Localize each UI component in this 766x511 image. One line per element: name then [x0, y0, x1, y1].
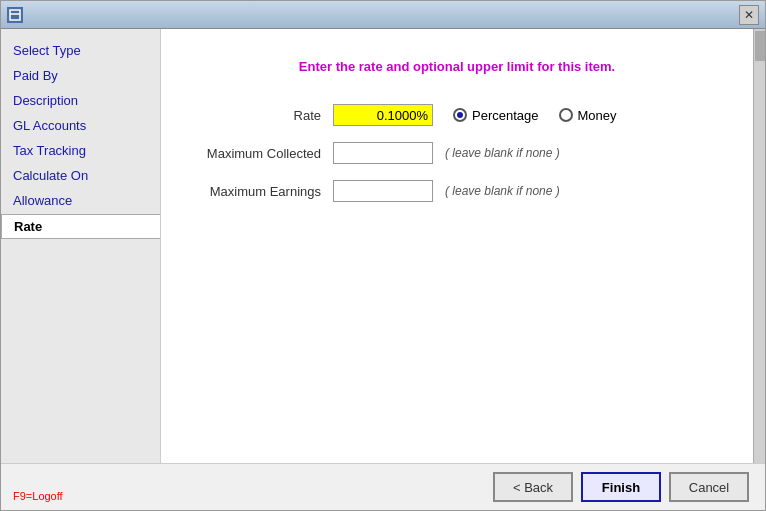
sidebar-item-calculate-on[interactable]: Calculate On: [1, 164, 160, 187]
max-collected-hint: ( leave blank if none ): [445, 146, 560, 160]
percentage-label: Percentage: [472, 108, 539, 123]
sidebar-item-allowance[interactable]: Allowance: [1, 189, 160, 212]
app-icon: [7, 7, 23, 23]
title-bar-left: [7, 7, 23, 23]
sidebar: Select Type Paid By Description GL Accou…: [1, 29, 161, 463]
title-bar: ✕: [1, 1, 765, 29]
sidebar-item-description[interactable]: Description: [1, 89, 160, 112]
scrollbar-thumb: [755, 31, 765, 61]
money-radio[interactable]: Money: [559, 108, 617, 123]
form-area: Rate Percentage Money: [181, 104, 733, 202]
finish-button[interactable]: Finish: [581, 472, 661, 502]
radio-group: Percentage Money: [453, 108, 617, 123]
max-collected-input[interactable]: [333, 142, 433, 164]
max-collected-label: Maximum Collected: [181, 146, 321, 161]
max-collected-row: Maximum Collected ( leave blank if none …: [181, 142, 733, 164]
money-label: Money: [578, 108, 617, 123]
max-earnings-hint: ( leave blank if none ): [445, 184, 560, 198]
sidebar-item-select-type[interactable]: Select Type: [1, 39, 160, 62]
sidebar-item-rate[interactable]: Rate: [1, 214, 160, 239]
sidebar-item-gl-accounts[interactable]: GL Accounts: [1, 114, 160, 137]
cancel-button[interactable]: Cancel: [669, 472, 749, 502]
rate-row: Rate Percentage Money: [181, 104, 733, 126]
rate-input[interactable]: [333, 104, 433, 126]
money-radio-circle: [559, 108, 573, 122]
sidebar-item-tax-tracking[interactable]: Tax Tracking: [1, 139, 160, 162]
footer: F9=Logoff < Back Finish Cancel: [1, 463, 765, 510]
scrollbar: [753, 29, 765, 463]
svg-rect-0: [10, 10, 20, 20]
close-button[interactable]: ✕: [739, 5, 759, 25]
rate-label: Rate: [181, 108, 321, 123]
instruction-text: Enter the rate and optional upper limit …: [181, 59, 733, 74]
main-window: ✕ Select Type Paid By Description GL Acc…: [0, 0, 766, 511]
max-earnings-input[interactable]: [333, 180, 433, 202]
logoff-label: F9=Logoff: [13, 490, 63, 502]
content-area: Select Type Paid By Description GL Accou…: [1, 29, 765, 463]
percentage-radio[interactable]: Percentage: [453, 108, 539, 123]
back-button[interactable]: < Back: [493, 472, 573, 502]
max-earnings-row: Maximum Earnings ( leave blank if none ): [181, 180, 733, 202]
main-content: Enter the rate and optional upper limit …: [161, 29, 753, 463]
sidebar-item-paid-by[interactable]: Paid By: [1, 64, 160, 87]
percentage-radio-circle: [453, 108, 467, 122]
max-earnings-label: Maximum Earnings: [181, 184, 321, 199]
